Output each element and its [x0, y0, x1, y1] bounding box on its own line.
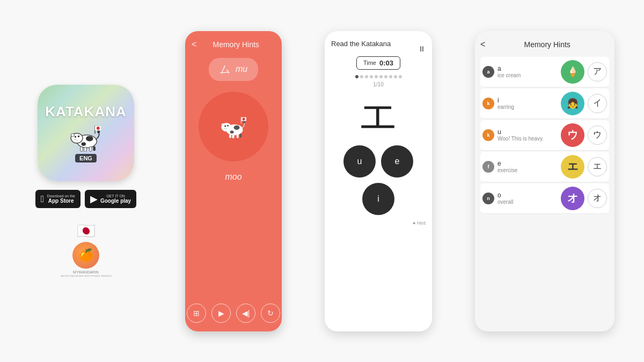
- eng-badge: ENG: [75, 154, 97, 162]
- svg-rect-29: [239, 134, 241, 138]
- app-icon: KATAKANA: [38, 85, 134, 181]
- replay-button[interactable]: ↻: [261, 304, 280, 323]
- svg-rect-27: [232, 135, 233, 138]
- svg-point-20: [230, 130, 233, 134]
- app-store-label: App Store: [47, 198, 75, 204]
- svg-point-7: [76, 139, 77, 141]
- store-buttons-group:  Download on the App Store ▶ GET IT ON …: [35, 190, 136, 208]
- svg-rect-12: [93, 146, 96, 151]
- badge-o: n: [482, 193, 494, 204]
- hint-text-u: u Woo! This is heavy.: [497, 128, 558, 142]
- app-store-pre-label: Download on the: [47, 194, 75, 198]
- app-store-button[interactable]:  Download on the App Store: [35, 190, 80, 208]
- dot-10: [399, 75, 402, 78]
- quiz-title: Read the Katakana: [331, 40, 391, 48]
- dot-8: [389, 75, 392, 78]
- svg-point-21: [224, 125, 226, 127]
- hint-label[interactable]: ● Hint: [413, 220, 426, 226]
- svg-point-30: [243, 121, 245, 123]
- screen1-romaji: mu: [236, 64, 247, 74]
- phone-screen-quiz: Read the Katakana ⏸ Time 0:03 1/10 エ u e…: [325, 31, 432, 331]
- meaning-a: ice cream: [497, 72, 558, 78]
- bottom-left: 🇯🇵 🍊 MYMANDARIN центр изучения восточных…: [60, 222, 111, 277]
- timer-value: 0:03: [379, 59, 393, 67]
- progress-counter: 1/10: [373, 82, 383, 87]
- romaji-u: u: [497, 128, 558, 136]
- svg-point-24: [226, 128, 226, 129]
- screen1-title: Memory Hints: [196, 40, 275, 49]
- meaning-e: exercise: [497, 167, 558, 173]
- timer-box: Time 0:03: [356, 56, 400, 70]
- image-u: ウ: [561, 123, 584, 147]
- answer-e-button[interactable]: e: [381, 145, 413, 178]
- hint-row-i: k i earring 👧 イ: [480, 88, 609, 119]
- google-play-button[interactable]: ▶ GET IT ON Google play: [85, 190, 136, 208]
- play-button[interactable]: ▶: [211, 304, 231, 323]
- hint-text-o: o overall: [497, 191, 558, 205]
- meaning-i: earring: [497, 104, 558, 110]
- svg-rect-26: [229, 134, 231, 138]
- svg-rect-28: [237, 134, 238, 138]
- hint-text-i: i earring: [497, 97, 558, 110]
- dot-4: [370, 75, 373, 78]
- answer-i-button[interactable]: i: [362, 183, 394, 215]
- hint-row-u: k u Woo! This is heavy. ウ ウ: [480, 120, 609, 151]
- svg-point-13: [97, 130, 100, 133]
- image-i: 👧: [561, 92, 584, 115]
- timer-label: Time: [363, 60, 376, 66]
- left-section: KATAKANA: [30, 85, 142, 277]
- japan-flag-icon: 🇯🇵: [77, 222, 96, 240]
- progress-dots: [355, 75, 402, 78]
- cow-illustration: [67, 122, 105, 152]
- dot-2: [360, 75, 363, 78]
- grid-button[interactable]: ⊞: [187, 304, 206, 323]
- screen3-title: Memory Hints: [485, 40, 609, 49]
- mandarin-logo: 🍊 MYMANDARIN центр изучения восточных яз…: [60, 242, 111, 277]
- screen1-katakana: ム: [219, 62, 230, 77]
- screen3-back-button[interactable]: <: [480, 40, 485, 49]
- katakana-i: イ: [588, 94, 607, 113]
- hint-text-a: a ice cream: [497, 65, 558, 78]
- answer-u-button[interactable]: u: [343, 145, 376, 178]
- badge-u: k: [482, 129, 494, 141]
- svg-point-33: [242, 118, 245, 121]
- svg-rect-9: [80, 147, 83, 151]
- screen1-controls: ⊞ ▶ ◀| ↻: [187, 304, 280, 323]
- romaji-a: a: [497, 65, 558, 72]
- romaji-e: e: [497, 160, 558, 167]
- dot-9: [394, 75, 397, 78]
- orange-logo-icon: 🍊: [72, 242, 99, 269]
- katakana-o: オ: [588, 189, 607, 208]
- dot-5: [375, 75, 378, 78]
- hint-row-o: n o overall オ オ: [480, 183, 609, 214]
- answer-buttons-group: u e i: [331, 145, 426, 215]
- romaji-i: i: [497, 97, 558, 104]
- image-a: 🍦: [561, 60, 584, 84]
- main-container: KATAKANA: [0, 0, 644, 362]
- svg-point-8: [71, 134, 75, 136]
- badge-a: a: [482, 66, 494, 78]
- screen1-back-button[interactable]: <: [192, 40, 196, 49]
- katakana-a: ア: [588, 62, 607, 82]
- svg-rect-10: [84, 147, 86, 152]
- mandarin-brand-text: MYMANDARIN центр изучения восточных язык…: [60, 270, 111, 277]
- svg-point-16: [97, 127, 100, 130]
- google-play-text: GET IT ON Google play: [100, 194, 131, 204]
- quiz-katakana-character: エ: [358, 96, 398, 135]
- cow-animation-circle: [199, 92, 268, 161]
- hints-list-header: < Memory Hints: [480, 40, 609, 49]
- svg-point-4: [75, 136, 76, 137]
- katakana-u: ウ: [588, 125, 607, 145]
- pause-button[interactable]: ⏸: [418, 45, 426, 53]
- image-e: エ: [561, 155, 584, 179]
- app-store-text: Download on the App Store: [47, 194, 75, 204]
- cow-svg-screen1: [219, 114, 248, 138]
- image-o: オ: [561, 187, 584, 210]
- app-title: KATAKANA: [45, 104, 126, 120]
- svg-point-5: [78, 136, 79, 137]
- hint-row-e: f e exercise エ エ: [480, 152, 609, 182]
- svg-point-25: [221, 123, 224, 125]
- rewind-button[interactable]: ◀|: [236, 304, 255, 323]
- phoneme-card: ム mu: [209, 58, 258, 81]
- hint-text-e: e exercise: [497, 160, 558, 173]
